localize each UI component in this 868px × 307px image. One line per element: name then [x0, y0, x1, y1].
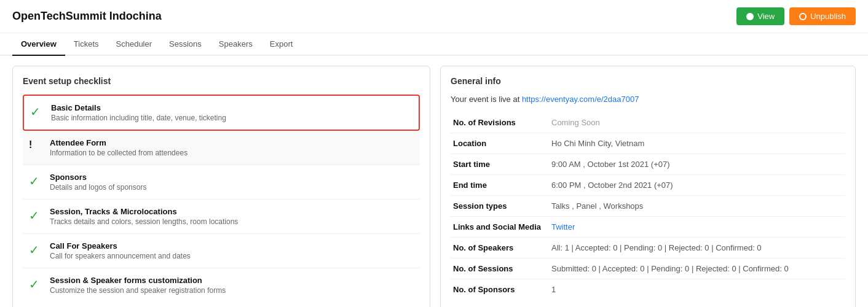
checklist-item-title-sponsors: Sponsors: [50, 173, 414, 182]
label-location: Location: [451, 133, 549, 154]
checklist-item-session-tracks[interactable]: ✓ Session, Tracks & Microlocations Track…: [23, 200, 420, 234]
view-button[interactable]: View: [736, 7, 784, 25]
checklist-item-attendee-form[interactable]: ! Attendee Form Information to be collec…: [23, 131, 420, 165]
table-row: Links and Social Media Twitter: [451, 217, 845, 238]
table-row: Start time 9:00 AM , October 1st 2021 (+…: [451, 154, 845, 175]
main-content: Event setup checklist ✓ Basic Details Ba…: [0, 56, 868, 307]
table-row: No. of Sponsors 1: [451, 279, 845, 300]
header-actions: View Unpublish: [736, 7, 856, 25]
live-url-link[interactable]: https://eventyay.com/e/2daa7007: [522, 95, 639, 104]
label-num-sponsors: No. of Sponsors: [451, 279, 549, 300]
label-num-sessions: No. of Sessions: [451, 258, 549, 279]
table-row: End time 6:00 PM , October 2nd 2021 (+07…: [451, 175, 845, 196]
header: OpenTechSummit Indochina View Unpublish: [0, 0, 868, 33]
value-revisions: Coming Soon: [549, 112, 845, 133]
check-icon-basic-details: ✓: [30, 104, 44, 118]
checklist-item-desc-sponsors: Details and logos of sponsors: [50, 183, 414, 192]
unpublish-button[interactable]: Unpublish: [789, 7, 856, 25]
live-url-text: Your event is live at https://eventyay.c…: [451, 95, 845, 104]
table-row: Session types Talks , Panel , Workshops: [451, 196, 845, 217]
table-row: No. of Revisions Coming Soon: [451, 112, 845, 133]
label-revisions: No. of Revisions: [451, 112, 549, 133]
label-end-time: End time: [451, 175, 549, 196]
check-icon-sponsors: ✓: [29, 174, 42, 187]
checklist-item-desc-attendee-form: Information to be collected from attende…: [50, 149, 414, 157]
page-title: OpenTechSummit Indochina: [12, 10, 162, 23]
checklist-item-desc-call-for-speakers: Call for speakers announcement and dates: [50, 252, 414, 260]
nav-item-sessions[interactable]: Sessions: [160, 33, 210, 56]
checklist-item-desc-session-speaker-forms: Customize the session and speaker regist…: [50, 286, 414, 295]
label-session-types: Session types: [451, 196, 549, 217]
eye-icon: [746, 13, 754, 20]
checklist-item-sponsors[interactable]: ✓ Sponsors Details and logos of sponsors: [23, 165, 420, 200]
value-num-sessions: Submitted: 0 | Accepted: 0 | Pending: 0 …: [549, 258, 845, 279]
label-num-speakers: No. of Speakers: [451, 238, 549, 258]
value-start-time: 9:00 AM , October 1st 2021 (+07): [549, 154, 845, 175]
table-row: No. of Sessions Submitted: 0 | Accepted:…: [451, 258, 845, 279]
nav-item-speakers[interactable]: Speakers: [210, 33, 261, 56]
checklist-item-desc-session-tracks: Tracks details and colors, session lengt…: [50, 217, 414, 226]
checklist-item-call-for-speakers[interactable]: ✓ Call For Speakers Call for speakers an…: [23, 234, 420, 268]
info-table: No. of Revisions Coming Soon Location Ho…: [451, 112, 845, 300]
checklist-item-title-attendee-form: Attendee Form: [50, 138, 414, 147]
nav-item-scheduler[interactable]: Scheduler: [108, 33, 161, 56]
value-end-time: 6:00 PM , October 2nd 2021 (+07): [549, 175, 845, 196]
nav-item-export[interactable]: Export: [261, 33, 302, 56]
checklist-item-title-basic-details: Basic Details: [51, 103, 412, 112]
check-icon-call-for-speakers: ✓: [29, 243, 42, 256]
general-info-panel: General info Your event is live at https…: [440, 66, 856, 307]
check-icon-session-tracks: ✓: [29, 208, 42, 222]
value-num-sponsors: 1: [549, 279, 845, 300]
checklist-item-title-call-for-speakers: Call For Speakers: [50, 241, 414, 251]
table-row: Location Ho Chi Minh City, Vietnam: [451, 133, 845, 154]
checklist-item-session-speaker-forms[interactable]: ✓ Session & Speaker forms customization …: [23, 268, 420, 302]
value-location: Ho Chi Minh City, Vietnam: [549, 133, 845, 154]
checklist-title: Event setup checklist: [23, 76, 420, 86]
value-num-speakers: All: 1 | Accepted: 0 | Pending: 0 | Reje…: [549, 238, 845, 258]
exclaim-icon-attendee-form: !: [29, 139, 42, 153]
value-session-types: Talks , Panel , Workshops: [549, 196, 845, 217]
label-start-time: Start time: [451, 154, 549, 175]
value-social-media: Twitter: [549, 217, 845, 238]
clock-icon: [799, 13, 807, 20]
nav-item-overview[interactable]: Overview: [12, 33, 65, 56]
label-social-media: Links and Social Media: [451, 217, 549, 238]
general-info-title: General info: [451, 76, 845, 86]
checklist-item-desc-basic-details: Basic information including title, date,…: [51, 114, 412, 122]
checklist-panel: Event setup checklist ✓ Basic Details Ba…: [12, 66, 430, 307]
checklist-item-basic-details[interactable]: ✓ Basic Details Basic information includ…: [23, 95, 420, 131]
twitter-link[interactable]: Twitter: [551, 222, 575, 231]
nav-bar: Overview Tickets Scheduler Sessions Spea…: [0, 33, 868, 56]
checklist-item-title-session-speaker-forms: Session & Speaker forms customization: [50, 276, 414, 285]
table-row: No. of Speakers All: 1 | Accepted: 0 | P…: [451, 238, 845, 258]
check-icon-session-speaker-forms: ✓: [29, 277, 42, 290]
checklist-item-title-session-tracks: Session, Tracks & Microlocations: [50, 207, 414, 216]
nav-item-tickets[interactable]: Tickets: [65, 33, 108, 56]
